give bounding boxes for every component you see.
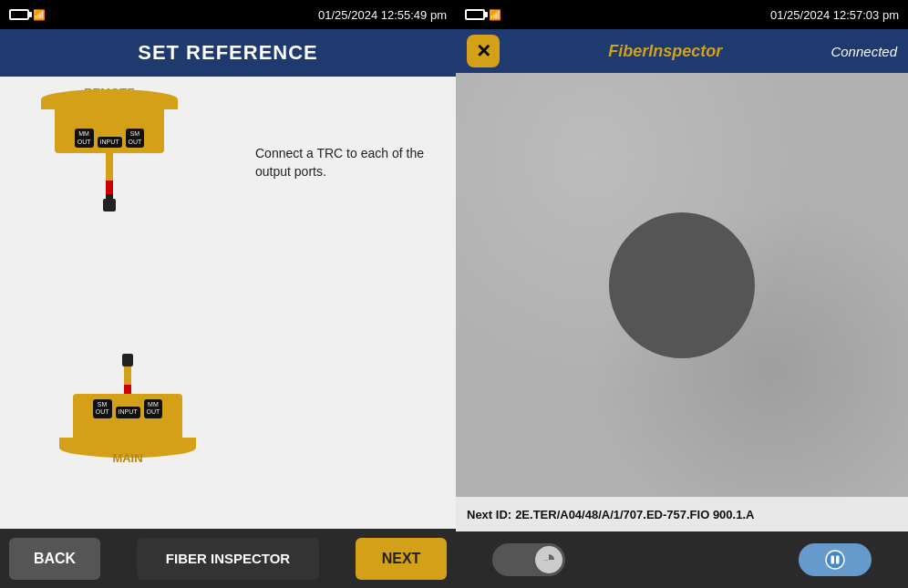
main-port-group: SMOUT INPUT MMOUT xyxy=(93,399,163,418)
right-battery-icon: 📶 xyxy=(465,9,501,21)
toggle-circle xyxy=(535,546,562,573)
main-port-input: INPUT xyxy=(116,407,140,418)
cable-red xyxy=(106,181,113,194)
main-cable-yellow xyxy=(124,366,131,385)
connected-badge: Connected xyxy=(831,44,897,59)
main-cable-red xyxy=(124,385,131,394)
left-title-bar: SET REFERENCE xyxy=(0,29,456,77)
remote-port-mm-out: MMOUT xyxy=(75,129,94,148)
main-port-mm-out: MMOUT xyxy=(144,399,163,418)
cable-yellow-top xyxy=(106,153,113,181)
remote-cable xyxy=(103,153,116,211)
close-icon: ✕ xyxy=(476,40,491,62)
remote-port-sm-out: SMOUT xyxy=(126,129,145,148)
controls-bar xyxy=(456,531,908,588)
left-time: 01/25/2024 12:55:49 pm xyxy=(318,8,447,22)
next-button[interactable]: NEXT xyxy=(356,538,447,580)
left-status-bar: 📶 01/25/2024 12:55:49 pm xyxy=(0,0,456,29)
right-panel: 📶 01/25/2024 12:57:03 pm ✕ FiberInspecto… xyxy=(456,0,908,588)
back-button[interactable]: BACK xyxy=(9,538,100,580)
svg-point-0 xyxy=(826,551,844,569)
connector-end xyxy=(103,199,116,211)
svg-rect-2 xyxy=(836,556,840,564)
battery-icon: 📶 xyxy=(9,9,46,21)
instruction-text: Connect a TRC to each of the output port… xyxy=(255,145,438,181)
main-content: REMOTE MMOUT INPUT SMOUT Connect a TRC t… xyxy=(0,77,456,529)
right-status-bar: 📶 01/25/2024 12:57:03 pm xyxy=(456,0,908,29)
close-button[interactable]: ✕ xyxy=(467,35,500,67)
fiber-inspector-title: FiberInspector xyxy=(608,42,722,61)
page-title: SET REFERENCE xyxy=(138,41,318,65)
fiber-circle xyxy=(609,212,755,358)
main-port-sm-out: SMOUT xyxy=(93,399,112,418)
main-connector-top xyxy=(122,354,133,366)
remote-port-input: INPUT xyxy=(98,137,122,148)
remote-unit: REMOTE MMOUT INPUT SMOUT xyxy=(55,86,164,211)
pause-icon xyxy=(825,550,845,570)
wifi-icon: 📶 xyxy=(33,9,46,21)
toggle-button[interactable] xyxy=(492,543,565,576)
svg-rect-1 xyxy=(831,556,835,564)
main-cable-top xyxy=(122,354,133,394)
pause-button[interactable] xyxy=(799,543,872,576)
next-id-value: 2E.TER/A04/48/A/1/707.ED-757.FIO 900.1.A xyxy=(515,508,754,521)
toggle-icon xyxy=(542,552,556,567)
next-id-label: Next ID: xyxy=(467,508,511,521)
main-unit-body: SMOUT INPUT MMOUT xyxy=(73,394,182,444)
next-id-bar: Next ID: 2E.TER/A04/48/A/1/707.ED-757.FI… xyxy=(456,497,908,531)
camera-view xyxy=(456,73,908,497)
remote-unit-body: MMOUT INPUT SMOUT xyxy=(55,103,164,153)
fiber-inspector-bar: ✕ FiberInspector Connected xyxy=(456,29,908,73)
main-unit: SMOUT INPUT MMOUT MAIN xyxy=(73,354,182,465)
right-time: 01/25/2024 12:57:03 pm xyxy=(770,8,899,22)
left-bottom-bar: BACK FIBER INSPECTOR NEXT xyxy=(0,529,456,588)
remote-port-group: MMOUT INPUT SMOUT xyxy=(75,129,145,148)
left-panel: 📶 01/25/2024 12:55:49 pm SET REFERENCE R… xyxy=(0,0,456,588)
fiber-inspector-button[interactable]: FIBER INSPECTOR xyxy=(137,538,319,580)
right-wifi-icon: 📶 xyxy=(489,9,501,21)
main-label: MAIN xyxy=(112,451,142,465)
